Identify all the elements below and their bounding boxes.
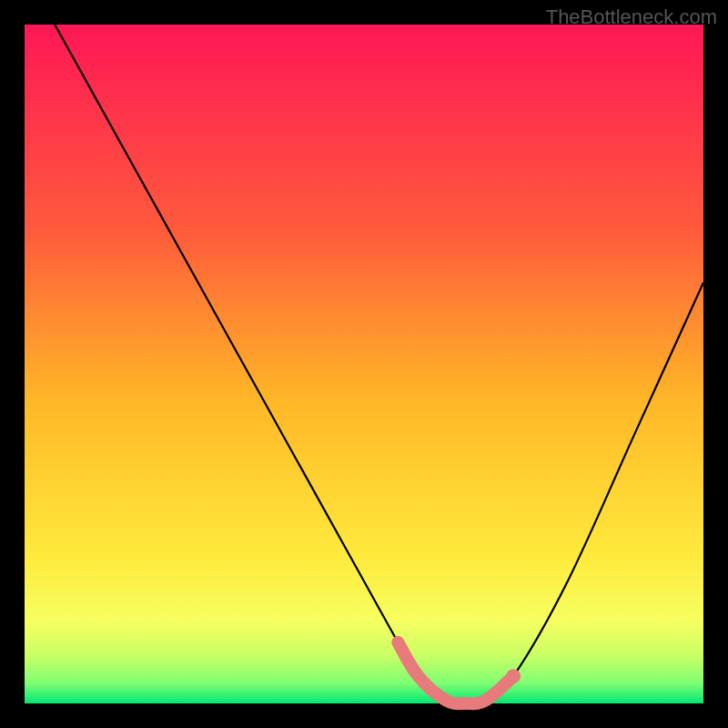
plot-area [25,25,703,703]
optimal-zone-marker-icon [506,669,521,683]
watermark-text: TheBottleneck.com [546,5,717,29]
optimal-zone-highlight [398,642,513,703]
curve-layer [25,25,703,703]
bottleneck-curve [25,0,703,703]
